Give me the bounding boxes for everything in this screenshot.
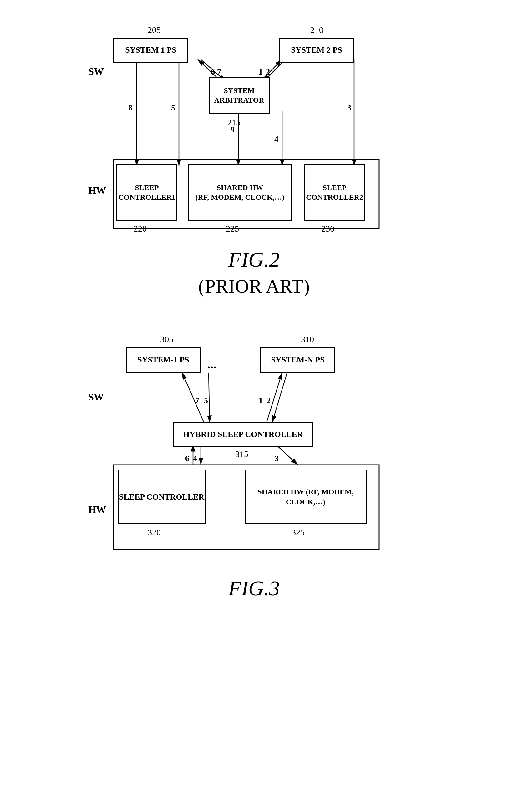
fig3-container: SW HW SYSTEM-1 PS 305 ... SYSTEM-N PS 31… [82,329,426,604]
fig2-ref-230: 230 [321,224,334,234]
fig2-ref-225: 225 [226,224,239,234]
fig2-ref-210: 210 [310,25,324,35]
fig3-ref-320: 320 [147,528,161,538]
fig2-ref-205: 205 [147,25,161,35]
fig2-sleep1-box: SLEEPCONTROLLER1 [116,164,177,221]
fig2-arrow9: 9 [230,125,235,134]
fig3-hw-label: HW [88,504,106,515]
fig3-arrow2: 2 [266,396,270,405]
fig3-arrow1: 1 [259,396,263,405]
fig2-arrow5: 5 [171,103,175,113]
fig2-arrow4: 4 [274,134,279,144]
fig2-arbitrator-box: SYSTEMARBITRATOR [209,77,270,114]
fig2-arrow2: 2 [266,67,270,77]
fig2-arrow3: 3 [347,103,351,113]
fig3-ref-315: 315 [235,449,248,459]
fig3-dots: ... [207,357,216,372]
fig3-sw-label: SW [88,391,104,403]
fig3-sharedhw-box: SHARED HW (RF, MODEM, CLOCK,…) [245,469,367,524]
fig2-sys2ps-box: SYSTEM 2 PS [279,38,354,63]
fig3-sysnps-box: SYSTEM-N PS [260,347,335,373]
fig2-arrow8: 8 [128,103,132,113]
fig2-arrow1: 1 [259,67,263,77]
fig3-ref-305: 305 [160,334,173,344]
fig3-arrow5: 5 [204,396,208,405]
fig2-prior: (PRIOR ART) [82,275,426,297]
fig3-ref-310: 310 [301,334,314,344]
page: SW HW SYSTEM 1 PS 205 SYSTEM 2 PS 210 SY… [0,0,508,623]
fig3-sleep-box: SLEEP CONTROLLER [118,469,206,524]
fig2-sharedhw-box: SHARED HW(RF, MODEM, CLOCK,…) [188,164,292,221]
svg-line-14 [209,373,210,423]
fig2-ref-220: 220 [134,224,147,234]
fig3-sys1ps-box: SYSTEM-1 PS [126,347,201,373]
svg-line-16 [272,373,287,423]
svg-line-19 [276,444,298,465]
fig2-arrow7: 7 [217,67,221,77]
fig3-arrow3: 3 [274,454,279,463]
fig3-arrow4: 4 [193,454,197,463]
fig2-diagram: SW HW SYSTEM 1 PS 205 SYSTEM 2 PS 210 SY… [82,19,426,238]
fig2-container: SW HW SYSTEM 1 PS 205 SYSTEM 2 PS 210 SY… [82,19,426,316]
fig2-arrow6: 6 [211,67,215,77]
fig2-sleep2-box: SLEEPCONTROLLER2 [304,164,365,221]
fig3-diagram: SW HW SYSTEM-1 PS 305 ... SYSTEM-N PS 31… [82,329,426,567]
fig3-arrow7: 7 [195,396,199,405]
fig3-caption: FIG.3 [82,576,426,601]
fig2-caption: FIG.2 [82,247,426,272]
svg-line-13 [182,373,204,423]
fig2-hw-label: HW [88,185,106,196]
fig2-sys1ps-box: SYSTEM 1 PS [113,38,188,63]
fig3-arrow6: 6 [185,454,189,463]
fig2-sw-label: SW [88,66,104,77]
fig3-ref-325: 325 [292,528,305,538]
fig3-hybrid-box: HYBRID SLEEP CONTROLLER [173,422,313,447]
